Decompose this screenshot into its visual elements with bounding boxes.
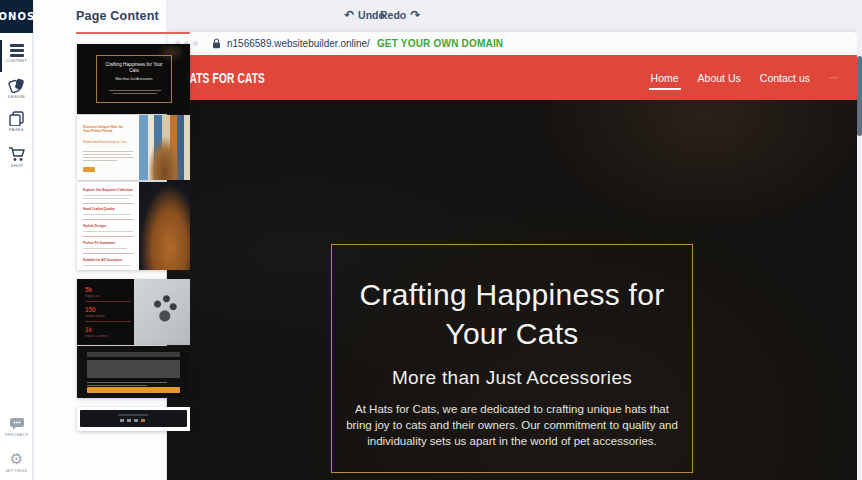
thumbnail-feature-heading: Perfect Fit Guarantee (83, 241, 135, 245)
thumbnail-text-line (83, 160, 117, 161)
feedback-bubble-icon (9, 417, 25, 431)
site-url: n1566589.websitebuilder.online/ (227, 38, 370, 49)
site-header: HATS FOR CATS Home About Us Contact us ⋯ (167, 55, 858, 100)
thumbnail-feature-heading: Suitable for All Occasions (83, 258, 135, 262)
editor-toolbar: ↶ Undo Redo ↷ Preview ✓ Re-Publish (166, 0, 862, 31)
shop-cart-icon (8, 147, 25, 162)
thumbnail-divider (85, 321, 131, 322)
thumbnail-text-line (83, 265, 131, 266)
thumbnail-feature-heading: Hand Crafted Quality (83, 207, 135, 211)
thumbnail-text-line (113, 93, 157, 94)
sidebar-item-shop[interactable]: SHOP (0, 147, 33, 172)
thumbnail-submit-button (87, 387, 180, 393)
thumbnail-text-line (83, 198, 129, 199)
thumbnail-text-line (83, 195, 133, 196)
thumbnail-text-column: Discover Unique Hats for Your Feline Fri… (77, 115, 139, 180)
sidebar-item-label: CONTENT (6, 58, 27, 63)
redo-label: Redo (380, 9, 406, 21)
thumbnail-hero-title: Crafting Happiness for Your Cats (100, 62, 168, 73)
thumbnail-divider (83, 236, 133, 237)
hero-section[interactable]: Crafting Happiness for Your Cats More th… (167, 100, 858, 480)
hero-body-text: At Hats for Cats, we are dedicated to cr… (343, 401, 681, 449)
section-thumbnail-intro[interactable]: Discover Unique Hats for Your Feline Fri… (77, 115, 190, 180)
sidebar-item-pages[interactable]: PAGES (0, 111, 33, 136)
thumbnail-heading: Discover Unique Hats for Your Feline Fri… (83, 125, 129, 133)
nav-link-home[interactable]: Home (651, 72, 679, 84)
thumbnail-cat-street-photo (139, 115, 190, 180)
thumbnail-footer-element (127, 419, 131, 422)
thumbnail-footer-element (120, 419, 124, 422)
sidebar-item-design[interactable]: DESIGN (0, 77, 33, 103)
hero-bordered-box[interactable]: Crafting Happiness for Your Cats More th… (331, 244, 693, 473)
sidebar-item-content[interactable]: CONTENT (0, 44, 33, 67)
hero-title: Crafting Happiness for Your Cats (332, 275, 692, 353)
thumbnail-text-line (83, 248, 127, 249)
gear-icon: ⚙ (10, 452, 23, 467)
thumbnail-button (83, 167, 95, 172)
nav-link-about[interactable]: About Us (698, 72, 741, 84)
section-thumbnail-footer[interactable] (77, 407, 190, 431)
redo-arrow-icon: ↷ (410, 8, 420, 22)
canvas-scrollbar-track (857, 32, 862, 480)
sidebar-item-label: FEEDBACK (5, 432, 29, 437)
thumbnail-hero-subtitle: More than Just Accessories (106, 77, 163, 80)
undo-arrow-icon: ↶ (344, 8, 354, 22)
thumbnail-feature-heading: Explore Our Exquisite Collection (83, 188, 135, 192)
thumbnail-stat-label: Repeat Customers (85, 335, 108, 338)
thumbnail-feature-heading: Stylish Designs (83, 224, 135, 228)
content-icon (9, 44, 25, 57)
thumbnail-stat-label: Happy Cats (85, 295, 100, 298)
window-dot (193, 41, 198, 46)
thumbnail-footer-element (141, 419, 145, 422)
thumbnail-text-line (109, 90, 161, 91)
thumbnail-divider (83, 253, 133, 254)
app-sidebar: IONOS CONTENT DESIGN PAGES SHOP FEEDBACK… (0, 0, 33, 480)
thumbnail-text-line (83, 157, 133, 158)
thumbnail-subheading: Handcrafted Exclusively for Cats (83, 140, 129, 143)
thumbnail-footer-bar (80, 410, 187, 427)
panel-title: Page Content (76, 9, 159, 23)
thumbnail-text-line (83, 214, 131, 215)
thumbnail-paw-print-photo (134, 279, 190, 345)
thumbnail-form-input (87, 352, 180, 357)
ionos-logo-text: IONOS (0, 11, 33, 22)
get-domain-link[interactable]: GET YOUR OWN DOMAIN (377, 38, 503, 49)
thumbnail-stat-value: 1k (85, 326, 92, 333)
canvas-scrollbar-thumb[interactable] (857, 56, 862, 136)
nav-more-icon[interactable]: ⋯ (829, 72, 840, 83)
redo-button[interactable]: Redo ↷ (380, 8, 420, 22)
site-nav: Home About Us Contact us ⋯ (651, 55, 840, 100)
browser-chrome-bar: n1566589.websitebuilder.online/ GET YOUR… (167, 32, 858, 55)
thumbnail-text-line (87, 382, 167, 383)
lock-icon (212, 35, 221, 53)
thumbnail-divider (83, 219, 133, 220)
section-thumbnail-hero[interactable]: Crafting Happiness for Your Cats More th… (77, 44, 190, 114)
thumbnail-text-line (87, 385, 147, 386)
thumbnail-stat-value: 5k (85, 286, 92, 293)
thumbnail-text-line (83, 151, 133, 152)
sidebar-item-label: DESIGN (8, 94, 25, 99)
section-thumbnail-features[interactable]: Explore Our Exquisite Collection Hand Cr… (77, 182, 190, 270)
section-thumbnail-stats[interactable]: 5k Happy Cats 150 Unique Designs 1k Repe… (77, 279, 190, 345)
thumbnail-text-column: Explore Our Exquisite Collection Hand Cr… (77, 182, 139, 270)
sidebar-item-label: SHOP (10, 163, 22, 168)
sidebar-item-label: SETTINGS (5, 468, 27, 473)
ionos-logo[interactable]: IONOS (0, 0, 33, 33)
sidebar-item-settings[interactable]: ⚙ SETTINGS (0, 452, 33, 477)
thumbnail-stat-value: 150 (85, 306, 96, 313)
sidebar-item-label: PAGES (9, 127, 24, 132)
section-thumbnail-contact-form[interactable] (77, 346, 190, 398)
panel-title-underline (76, 32, 190, 34)
thumbnail-form-textarea (87, 360, 180, 378)
thumbnail-text-line (83, 154, 131, 155)
pages-icon (9, 111, 25, 126)
hero-subtitle: More than Just Accessories (332, 367, 692, 389)
site-brand-logo[interactable]: HATS FOR CATS (182, 70, 265, 86)
thumbnail-cat-fur-photo (139, 182, 190, 270)
thumbnail-divider (83, 203, 133, 204)
sidebar-item-feedback[interactable]: FEEDBACK (0, 417, 33, 441)
thumbnail-stat-label: Unique Designs (85, 315, 105, 318)
undo-button[interactable]: ↶ Undo (344, 8, 385, 22)
thumbnail-hero-border-box: Crafting Happiness for Your Cats More th… (96, 55, 172, 103)
nav-link-contact[interactable]: Contact us (760, 72, 810, 84)
